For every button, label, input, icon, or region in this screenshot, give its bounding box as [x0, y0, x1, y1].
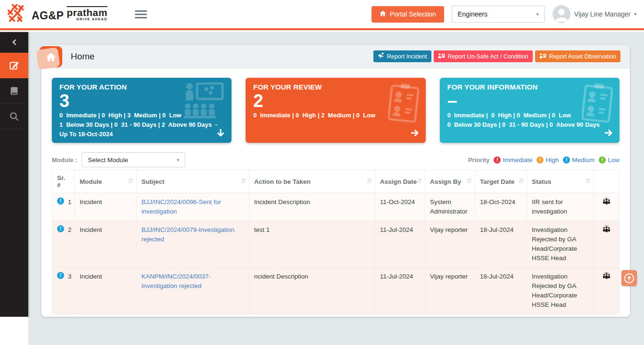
- column-header-sr-: Sr. #: [52, 170, 75, 193]
- sort-icon: [467, 178, 471, 185]
- chevron-down-icon: ▾: [177, 157, 180, 163]
- subject-link[interactable]: KANPM/INC/2024/0037-Investigation reject…: [141, 273, 211, 289]
- logo-x-marks-icon: [8, 4, 27, 24]
- table-header-row: Sr. #ModuleSubjectAction to be TakenAssi…: [52, 170, 619, 193]
- app-header: AG&P pratham DRIVE AHEAD Portal Selectio…: [0, 0, 644, 30]
- sort-icon: [519, 178, 523, 185]
- report-asset-observation-button[interactable]: Report Asset Observation: [535, 50, 620, 62]
- scroll-to-top-button[interactable]: [621, 270, 637, 286]
- cell-action-to-be-taken: Incident Description: [249, 193, 375, 221]
- priority-legend-text: High: [545, 156, 559, 164]
- column-header-subject[interactable]: Subject: [137, 170, 249, 193]
- sidebar: [0, 32, 28, 317]
- priority-medium-icon: !: [57, 197, 64, 205]
- report-unsafe-act-button[interactable]: Report Un-Safe Act / Condition: [434, 50, 533, 62]
- right-arrow-icon[interactable]: [604, 128, 613, 140]
- hamburger-menu-icon[interactable]: [135, 10, 147, 18]
- card-title: FOR YOUR INFORMATION: [447, 83, 612, 91]
- cell-assign-by: Vijay reporter: [425, 221, 475, 268]
- cell-assign-date: 11-Oct-2024: [375, 193, 425, 221]
- column-header-status[interactable]: Status: [527, 170, 594, 193]
- down-arrow-icon[interactable]: [216, 128, 225, 140]
- chevron-down-icon: ▾: [536, 11, 539, 17]
- sidebar-item-search[interactable]: [0, 104, 28, 129]
- for-your-action-card[interactable]: FOR YOUR ACTION 3 0 Immediate | 0 High |…: [52, 78, 231, 143]
- brand-logo[interactable]: AG&P pratham DRIVE AHEAD: [8, 4, 107, 24]
- incident-person-icon: [378, 52, 384, 60]
- priority-medium-icon: !: [57, 272, 64, 279]
- filter-row: Module : Select Module ▾ Priority !Immed…: [52, 152, 619, 168]
- people-group-icon[interactable]: [603, 227, 611, 234]
- sidebar-item-report[interactable]: [0, 53, 28, 78]
- priority-legend-text: Immediate: [503, 156, 532, 164]
- right-arrow-icon[interactable]: [410, 128, 420, 140]
- home-icon: [46, 52, 56, 62]
- brand-subname: pratham: [66, 8, 107, 17]
- card-count: 3: [59, 91, 224, 111]
- cell-subject: KANPM/INC/2024/0037-Investigation reject…: [137, 268, 249, 314]
- home-icon: [380, 10, 386, 18]
- cell-sr: !2: [52, 221, 75, 268]
- cell-status: Investigation Rejected by GA Head/Corpor…: [527, 268, 594, 314]
- column-label: Sr. #: [57, 174, 65, 189]
- home-badge[interactable]: [40, 46, 62, 67]
- sort-icon: [128, 178, 133, 185]
- column-header-action-to-be-taken[interactable]: Action to be Taken: [249, 170, 375, 193]
- column-label: Action to be Taken: [254, 178, 311, 185]
- cell-assign-by: System Administrator: [425, 193, 475, 221]
- table-row: !2IncidentBJJ/INC/2024/0079-Investigatio…: [52, 221, 619, 268]
- cell-assign-date: 11-Jul-2024: [375, 268, 425, 314]
- sort-icon: [367, 178, 372, 185]
- module-select-value: Select Module: [88, 156, 128, 164]
- sidebar-collapse-button[interactable]: [0, 32, 28, 53]
- column-header-assign-by[interactable]: Assign By: [425, 170, 475, 193]
- card-title: FOR YOUR REVIEW: [253, 83, 418, 91]
- column-header-target-date[interactable]: Target Date: [475, 170, 527, 193]
- subject-link[interactable]: BJJ/INC/2024/0079-Investigation rejected: [141, 226, 234, 243]
- priority-legend-text: Medium: [572, 156, 594, 164]
- up-arrow-icon: [624, 273, 634, 283]
- cell-assignees: [594, 221, 619, 268]
- subject-link[interactable]: BJJ/INC/2024/0096-Sent for investigation: [141, 198, 221, 215]
- priority-high-icon: !: [537, 156, 544, 164]
- summary-cards-row: FOR YOUR ACTION 3 0 Immediate | 0 High |…: [52, 78, 619, 143]
- card-aging-line: 0 Below 30 Days | 0 31 - 90 Days | 0 Abo…: [447, 120, 612, 130]
- report-incident-button[interactable]: Report Incident: [373, 50, 431, 62]
- priority-low-icon: !: [599, 156, 606, 164]
- avatar: [553, 5, 570, 23]
- cell-target-date: 18-Jul-2024: [475, 268, 527, 314]
- column-label: Subject: [141, 178, 165, 185]
- button-label: Report Un-Safe Act / Condition: [448, 53, 528, 60]
- user-menu[interactable]: Vijay Line Manager ▾: [553, 5, 636, 23]
- button-label: Report Asset Observation: [549, 53, 616, 60]
- for-your-review-card[interactable]: FOR YOUR REVIEW 2 0 Immediate | 0 High |…: [246, 78, 425, 143]
- tasks-table: Sr. #ModuleSubjectAction to be TakenAssi…: [52, 170, 619, 314]
- sr-number: 2: [68, 225, 72, 235]
- priority-legend-item: !Low: [599, 156, 619, 164]
- panel-header: Home Report Incident Report Un-Safe Act …: [41, 45, 630, 68]
- column-header-module[interactable]: Module: [75, 170, 137, 193]
- portal-selection-label: Portal Selection: [390, 10, 436, 18]
- column-header-actions: [594, 170, 619, 193]
- cell-action-to-be-taken: test 1: [249, 221, 375, 268]
- for-your-information-card[interactable]: FOR YOUR INFORMATION – 0 Immediate | 0 H…: [440, 78, 619, 143]
- cell-status: IIR sent for investigation: [527, 193, 594, 221]
- priority-medium-icon: !: [563, 156, 570, 164]
- sidebar-item-records[interactable]: [0, 78, 28, 104]
- people-group-icon[interactable]: [603, 274, 611, 281]
- card-aging-line: 1 Below 30 Days | 0 31 - 90 Days | 2 Abo…: [59, 120, 224, 130]
- page-title: Home: [71, 51, 95, 62]
- priority-legend-items: !Immediate!High!Medium!Low: [494, 156, 619, 164]
- card-upto-line: Up To 18-Oct-2024: [59, 130, 224, 139]
- portal-selection-button[interactable]: Portal Selection: [372, 6, 444, 23]
- role-dropdown[interactable]: Engineers ▾: [452, 6, 545, 23]
- table-row: !1IncidentBJJ/INC/2024/0096-Sent for inv…: [52, 193, 619, 221]
- module-select[interactable]: Select Module ▾: [82, 152, 185, 167]
- sr-number: 3: [68, 272, 72, 281]
- button-label: Report Incident: [387, 53, 427, 60]
- tasks-table-wrap: Sr. #ModuleSubjectAction to be TakenAssi…: [52, 170, 619, 314]
- priority-immediate-icon: !: [494, 156, 501, 164]
- people-board-icon: [539, 53, 546, 60]
- column-header-assign-date[interactable]: Assign Date: [375, 170, 425, 193]
- people-group-icon[interactable]: [603, 199, 611, 206]
